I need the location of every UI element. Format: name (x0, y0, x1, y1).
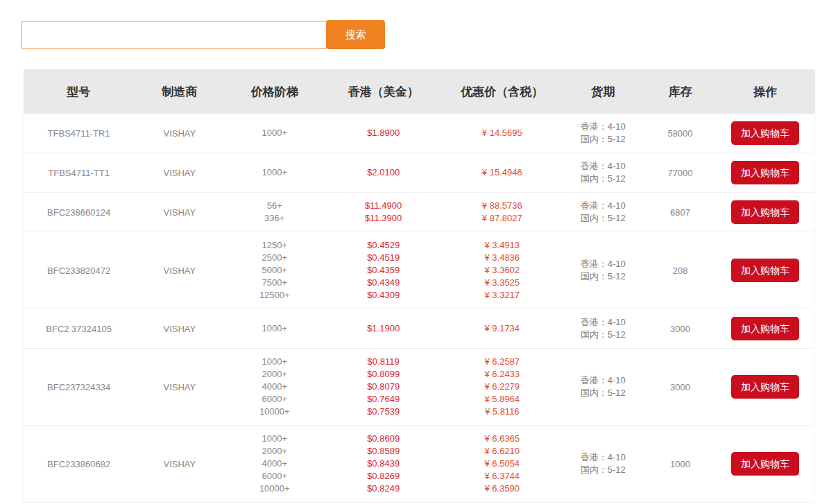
action-cell: 加入购物车 (716, 153, 815, 193)
table-row: BFC238660124 VISHAY 56+336+ $11.4900$11.… (24, 193, 815, 232)
add-to-cart-button[interactable]: 加入购物车 (731, 452, 799, 476)
lead-time-cell: 香港：4-10国内：5-12 (561, 232, 644, 309)
header-stock: 库存 (644, 69, 716, 114)
manufacturer-cell: VISHAY (134, 426, 225, 503)
model-cell: BFC233860682 (24, 426, 135, 503)
lead-time-cell: 香港：4-10国内：5-12 (561, 114, 644, 153)
header-cny-price: 优惠价（含税） (443, 69, 561, 114)
parts-table: 型号 制造商 价格阶梯 香港（美金） 优惠价（含税） 货期 库存 操作 TFBS… (23, 69, 815, 503)
stock-cell: 1000 (644, 426, 716, 503)
action-cell: 加入购物车 (716, 426, 815, 503)
stock-cell: 77000 (644, 153, 716, 193)
cny-price-cell: ¥ 3.4913¥ 3.4836¥ 3.3602¥ 3.3525¥ 3.3217 (443, 232, 561, 309)
header-model: 型号 (24, 69, 135, 114)
header-actions: 操作 (716, 69, 815, 114)
search-button[interactable]: 搜索 (326, 20, 385, 49)
add-to-cart-button[interactable]: 加入购物车 (731, 317, 799, 340)
manufacturer-cell: VISHAY (134, 309, 225, 349)
lead-time-cell: 香港：4-10国内：5-12 (561, 309, 644, 349)
table-row: BFC233860682 VISHAY 1000+2000+4000+6000+… (24, 426, 815, 503)
table-row: TFBS4711-TT1 VISHAY 1000+ $2.0100 ¥ 15.4… (24, 153, 815, 193)
action-cell: 加入购物车 (716, 114, 815, 153)
manufacturer-cell: VISHAY (134, 193, 225, 232)
search-section: 搜索 (21, 20, 838, 49)
table-row: BFC233820472 VISHAY 1250+2500+5000+7500+… (24, 232, 815, 309)
table-header-row: 型号 制造商 价格阶梯 香港（美金） 优惠价（含税） 货期 库存 操作 (24, 69, 815, 114)
lead-time-cell: 香港：4-10国内：5-12 (561, 193, 644, 232)
action-cell: 加入购物车 (716, 349, 815, 426)
search-input[interactable] (21, 21, 327, 49)
header-price-tier: 价格阶梯 (225, 69, 324, 114)
model-cell: BFC238660124 (24, 193, 135, 232)
cny-price-cell: ¥ 14.5695 (443, 114, 561, 153)
stock-cell: 3000 (644, 309, 716, 349)
model-cell: BFC237324334 (24, 349, 135, 426)
header-manufacturer: 制造商 (134, 69, 225, 114)
model-cell: BFC233820472 (24, 232, 135, 309)
header-usd-price: 香港（美金） (324, 69, 443, 114)
table-row: BFC237324334 VISHAY 1000+2000+4000+6000+… (24, 349, 815, 426)
usd-price-cell: $0.4529$0.4519$0.4359$0.4349$0.4309 (324, 232, 443, 309)
model-cell: TFBS4711-TR1 (24, 114, 135, 153)
manufacturer-cell: VISHAY (134, 349, 225, 426)
tier-cell: 1250+2500+5000+7500+12500+ (225, 232, 324, 309)
usd-price-cell: $0.8609$0.8589$0.8439$0.8269$0.8249 (324, 426, 443, 503)
table-row: BFC2 37324105 VISHAY 1000+ $1.1900 ¥ 9.1… (24, 309, 815, 349)
add-to-cart-button[interactable]: 加入购物车 (731, 161, 799, 184)
model-cell: TFBS4711-TT1 (24, 153, 135, 193)
cny-price-cell: ¥ 15.4946 (443, 153, 561, 193)
lead-time-cell: 香港：4-10国内：5-12 (561, 153, 644, 193)
usd-price-cell: $1.1900 (324, 309, 443, 349)
cny-price-cell: ¥ 88.5736¥ 87.8027 (443, 193, 561, 232)
action-cell: 加入购物车 (716, 193, 815, 232)
tier-cell: 1000+2000+4000+6000+10000+ (225, 349, 324, 426)
tier-cell: 56+336+ (225, 193, 324, 232)
header-lead-time: 货期 (561, 69, 644, 114)
lead-time-cell: 香港：4-10国内：5-12 (561, 426, 644, 503)
tier-cell: 1000+2000+4000+6000+10000+ (225, 426, 324, 503)
model-cell: BFC2 37324105 (24, 309, 135, 349)
tier-cell: 1000+ (225, 309, 324, 349)
lead-time-cell: 香港：4-10国内：5-12 (561, 349, 644, 426)
stock-cell: 208 (644, 232, 716, 309)
usd-price-cell: $2.0100 (324, 153, 443, 193)
cny-price-cell: ¥ 6.2587¥ 6.2433¥ 6.2279¥ 5.8964¥ 5.8116 (443, 349, 561, 426)
add-to-cart-button[interactable]: 加入购物车 (731, 259, 799, 282)
table-row: TFBS4711-TR1 VISHAY 1000+ $1.8900 ¥ 14.5… (24, 114, 815, 153)
action-cell: 加入购物车 (716, 232, 815, 309)
manufacturer-cell: VISHAY (134, 232, 225, 309)
stock-cell: 6807 (644, 193, 716, 232)
tier-cell: 1000+ (225, 153, 324, 193)
add-to-cart-button[interactable]: 加入购物车 (731, 375, 799, 399)
tier-cell: 1000+ (225, 114, 324, 153)
usd-price-cell: $11.4900$11.3900 (324, 193, 443, 232)
usd-price-cell: $1.8900 (324, 114, 443, 153)
manufacturer-cell: VISHAY (134, 153, 225, 193)
manufacturer-cell: VISHAY (134, 114, 225, 153)
add-to-cart-button[interactable]: 加入购物车 (731, 200, 799, 224)
table-body: TFBS4711-TR1 VISHAY 1000+ $1.8900 ¥ 14.5… (24, 114, 815, 503)
stock-cell: 58000 (644, 114, 716, 153)
action-cell: 加入购物车 (716, 309, 815, 349)
cny-price-cell: ¥ 9.1734 (443, 309, 561, 349)
cny-price-cell: ¥ 6.6365¥ 6.6210¥ 6.5054¥ 6.3744¥ 6.3590 (443, 426, 561, 503)
add-to-cart-button[interactable]: 加入购物车 (731, 121, 799, 145)
stock-cell: 3000 (644, 349, 716, 426)
usd-price-cell: $0.8119$0.8099$0.8079$0.7649$0.7539 (324, 349, 443, 426)
